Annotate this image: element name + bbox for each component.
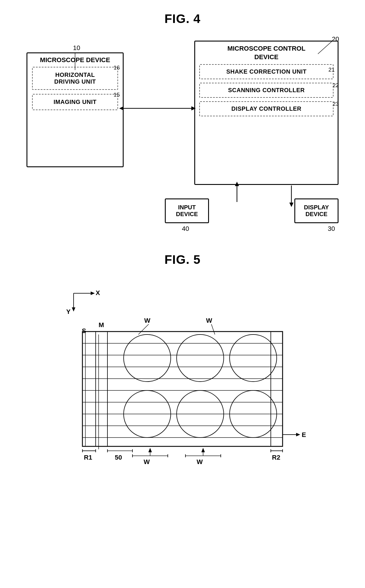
ref-23: 23 [333,101,339,107]
ref-15: 15 [114,92,120,98]
input-device-box: INPUTDEVICE [165,198,209,223]
svg-text:Y: Y [66,308,71,315]
svg-marker-57 [148,448,152,452]
shake-correction-unit: SHAKE CORRECTION UNIT [199,64,334,79]
svg-marker-13 [72,307,75,312]
ref-21: 21 [328,67,335,73]
horizontal-driving-unit: HORIZONTALDRIVING UNIT [32,67,118,90]
svg-text:50: 50 [115,454,122,461]
display-device-box: DISPLAYDEVICE [294,198,339,223]
fig5-diagram: X Y S M W W [50,276,315,467]
imaging-unit: IMAGING UNIT [32,94,118,110]
control-device-label: MICROSCOPE CONTROLDEVICE [195,42,338,61]
fig4-section: FIG. 4 10 MICROSCOPE DEVICE 16 HORIZONTA… [0,0,365,235]
fig5-svg: X Y S M W W [50,276,315,467]
svg-text:R2: R2 [272,454,280,461]
ref-40: 40 [182,225,189,233]
ref-22: 22 [333,82,339,89]
svg-line-39 [138,324,149,334]
fig5-section: FIG. 5 X Y S M W W [0,235,365,467]
fig5-title: FIG. 5 [0,235,365,267]
page: FIG. 4 10 MICROSCOPE DEVICE 16 HORIZONTA… [0,0,365,588]
svg-text:M: M [99,321,104,329]
microscope-device-box: MICROSCOPE DEVICE 16 HORIZONTALDRIVING U… [26,52,124,167]
svg-marker-4 [289,203,293,207]
ref-30: 30 [328,225,335,233]
fig4-title: FIG. 4 [0,0,365,26]
svg-text:W: W [144,317,150,324]
fig4-diagram: 10 MICROSCOPE DEVICE 16 HORIZONTALDRIVIN… [21,35,344,235]
display-controller: DISPLAY CONTROLLER [199,101,334,116]
ref-10: 10 [73,44,80,52]
svg-text:R1: R1 [84,454,92,461]
ref-16: 16 [114,64,120,71]
svg-point-33 [124,334,171,382]
svg-text:W: W [206,317,212,324]
svg-marker-63 [201,448,205,452]
svg-point-35 [230,334,277,382]
svg-line-40 [211,324,215,334]
svg-text:W: W [197,458,203,466]
svg-text:W: W [144,458,150,466]
svg-point-34 [177,334,224,382]
svg-text:E: E [302,431,306,438]
svg-text:X: X [96,289,100,297]
svg-marker-42 [296,433,300,436]
svg-marker-10 [91,291,95,295]
control-device-box: MICROSCOPE CONTROLDEVICE 21 SHAKE CORREC… [194,41,339,185]
microscope-device-label: MICROSCOPE DEVICE [27,53,123,64]
scanning-controller: SCANNING CONTROLLER [199,83,334,98]
